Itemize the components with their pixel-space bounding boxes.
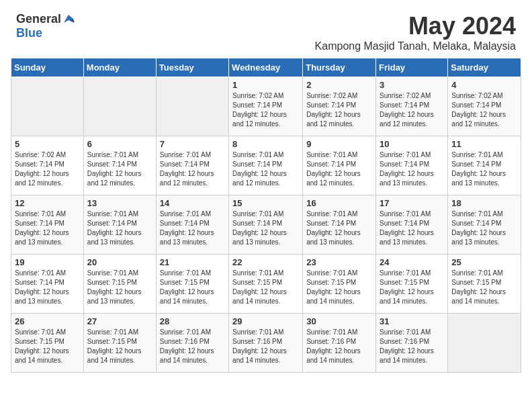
weekday-header-monday: Monday [83, 58, 156, 77]
day-number: 17 [380, 198, 444, 208]
logo: General Blue [16, 12, 75, 40]
day-number: 30 [306, 316, 372, 326]
calendar-cell: 1Sunrise: 7:02 AM Sunset: 7:14 PM Daylig… [229, 77, 303, 136]
calendar-cell: 15Sunrise: 7:01 AM Sunset: 7:14 PM Dayli… [229, 195, 303, 255]
calendar-cell: 22Sunrise: 7:01 AM Sunset: 7:15 PM Dayli… [229, 255, 303, 314]
day-number: 27 [87, 316, 152, 326]
svg-marker-0 [64, 15, 73, 23]
day-number: 25 [451, 257, 517, 267]
day-info: Sunrise: 7:01 AM Sunset: 7:14 PM Dayligh… [160, 210, 225, 247]
day-number: 12 [15, 198, 80, 208]
day-number: 31 [380, 316, 444, 326]
logo-bird-icon [62, 13, 75, 24]
calendar-cell: 17Sunrise: 7:01 AM Sunset: 7:14 PM Dayli… [376, 195, 448, 255]
day-info: Sunrise: 7:01 AM Sunset: 7:14 PM Dayligh… [306, 210, 372, 247]
day-info: Sunrise: 7:02 AM Sunset: 7:14 PM Dayligh… [15, 150, 80, 188]
day-number: 20 [87, 257, 152, 267]
title-block: May 2024 Kampong Masjid Tanah, Melaka, M… [315, 12, 516, 52]
calendar-cell: 9Sunrise: 7:01 AM Sunset: 7:14 PM Daylig… [303, 136, 376, 195]
calendar-cell: 30Sunrise: 7:01 AM Sunset: 7:16 PM Dayli… [303, 314, 376, 373]
day-info: Sunrise: 7:01 AM Sunset: 7:14 PM Dayligh… [232, 210, 299, 247]
calendar-cell: 23Sunrise: 7:01 AM Sunset: 7:15 PM Dayli… [303, 255, 376, 314]
day-number: 29 [232, 316, 299, 326]
day-number: 26 [15, 316, 80, 326]
day-number: 9 [306, 139, 372, 149]
calendar-cell [11, 77, 84, 136]
day-info: Sunrise: 7:01 AM Sunset: 7:14 PM Dayligh… [306, 150, 372, 188]
calendar-cell: 10Sunrise: 7:01 AM Sunset: 7:14 PM Dayli… [376, 136, 448, 195]
day-number: 5 [15, 139, 80, 149]
day-number: 28 [160, 316, 225, 326]
day-number: 11 [451, 139, 517, 149]
day-info: Sunrise: 7:01 AM Sunset: 7:14 PM Dayligh… [87, 210, 152, 247]
calendar-cell: 31Sunrise: 7:01 AM Sunset: 7:16 PM Dayli… [376, 314, 448, 373]
day-number: 19 [15, 257, 80, 267]
calendar-cell: 27Sunrise: 7:01 AM Sunset: 7:15 PM Dayli… [83, 314, 156, 373]
day-info: Sunrise: 7:01 AM Sunset: 7:14 PM Dayligh… [451, 210, 517, 247]
calendar-cell: 20Sunrise: 7:01 AM Sunset: 7:15 PM Dayli… [83, 255, 156, 314]
day-info: Sunrise: 7:01 AM Sunset: 7:14 PM Dayligh… [380, 210, 444, 247]
day-info: Sunrise: 7:01 AM Sunset: 7:14 PM Dayligh… [451, 150, 517, 188]
weekday-header-sunday: Sunday [11, 58, 84, 77]
weekday-header-thursday: Thursday [303, 58, 376, 77]
day-info: Sunrise: 7:01 AM Sunset: 7:16 PM Dayligh… [380, 328, 444, 365]
calendar-cell: 26Sunrise: 7:01 AM Sunset: 7:15 PM Dayli… [11, 314, 84, 373]
calendar-cell: 8Sunrise: 7:01 AM Sunset: 7:14 PM Daylig… [229, 136, 303, 195]
weekday-header-wednesday: Wednesday [229, 58, 303, 77]
calendar-wrapper: SundayMondayTuesdayWednesdayThursdayFrid… [0, 58, 532, 383]
day-info: Sunrise: 7:01 AM Sunset: 7:16 PM Dayligh… [160, 328, 225, 365]
day-number: 2 [306, 80, 372, 90]
calendar-cell: 19Sunrise: 7:01 AM Sunset: 7:14 PM Dayli… [11, 255, 84, 314]
calendar-cell: 12Sunrise: 7:01 AM Sunset: 7:14 PM Dayli… [11, 195, 84, 255]
day-number: 24 [380, 257, 444, 267]
calendar-cell: 11Sunrise: 7:01 AM Sunset: 7:14 PM Dayli… [448, 136, 521, 195]
calendar-table: SundayMondayTuesdayWednesdayThursdayFrid… [11, 58, 521, 373]
calendar-cell: 25Sunrise: 7:01 AM Sunset: 7:15 PM Dayli… [448, 255, 521, 314]
calendar-cell: 18Sunrise: 7:01 AM Sunset: 7:14 PM Dayli… [448, 195, 521, 255]
calendar-cell [156, 77, 228, 136]
day-number: 1 [232, 80, 299, 90]
day-info: Sunrise: 7:01 AM Sunset: 7:14 PM Dayligh… [380, 150, 444, 188]
day-number: 8 [232, 139, 299, 149]
weekday-header-saturday: Saturday [448, 58, 521, 77]
calendar-cell [448, 314, 521, 373]
calendar-week-row: 26Sunrise: 7:01 AM Sunset: 7:15 PM Dayli… [11, 314, 521, 373]
day-info: Sunrise: 7:01 AM Sunset: 7:16 PM Dayligh… [306, 328, 372, 365]
calendar-cell: 29Sunrise: 7:01 AM Sunset: 7:16 PM Dayli… [229, 314, 303, 373]
day-info: Sunrise: 7:01 AM Sunset: 7:15 PM Dayligh… [87, 328, 152, 365]
day-info: Sunrise: 7:01 AM Sunset: 7:15 PM Dayligh… [232, 269, 299, 306]
day-info: Sunrise: 7:01 AM Sunset: 7:14 PM Dayligh… [87, 150, 152, 188]
calendar-cell: 13Sunrise: 7:01 AM Sunset: 7:14 PM Dayli… [83, 195, 156, 255]
calendar-cell: 6Sunrise: 7:01 AM Sunset: 7:14 PM Daylig… [83, 136, 156, 195]
day-info: Sunrise: 7:01 AM Sunset: 7:14 PM Dayligh… [15, 269, 80, 306]
calendar-cell [83, 77, 156, 136]
calendar-cell: 24Sunrise: 7:01 AM Sunset: 7:15 PM Dayli… [376, 255, 448, 314]
calendar-cell: 21Sunrise: 7:01 AM Sunset: 7:15 PM Dayli… [156, 255, 228, 314]
day-number: 15 [232, 198, 299, 208]
day-info: Sunrise: 7:01 AM Sunset: 7:15 PM Dayligh… [306, 269, 372, 306]
day-info: Sunrise: 7:02 AM Sunset: 7:14 PM Dayligh… [451, 91, 517, 129]
calendar-cell: 5Sunrise: 7:02 AM Sunset: 7:14 PM Daylig… [11, 136, 84, 195]
logo-general: General [16, 12, 61, 26]
logo-blue: Blue [16, 26, 42, 40]
day-number: 3 [380, 80, 444, 90]
calendar-cell: 14Sunrise: 7:01 AM Sunset: 7:14 PM Dayli… [156, 195, 228, 255]
day-info: Sunrise: 7:01 AM Sunset: 7:14 PM Dayligh… [15, 210, 80, 247]
day-info: Sunrise: 7:02 AM Sunset: 7:14 PM Dayligh… [232, 91, 299, 129]
day-number: 16 [306, 198, 372, 208]
weekday-header-tuesday: Tuesday [156, 58, 228, 77]
day-number: 13 [87, 198, 152, 208]
day-info: Sunrise: 7:01 AM Sunset: 7:15 PM Dayligh… [451, 269, 517, 306]
day-info: Sunrise: 7:01 AM Sunset: 7:15 PM Dayligh… [87, 269, 152, 306]
calendar-cell: 4Sunrise: 7:02 AM Sunset: 7:14 PM Daylig… [448, 77, 521, 136]
day-info: Sunrise: 7:02 AM Sunset: 7:14 PM Dayligh… [380, 91, 444, 129]
day-info: Sunrise: 7:01 AM Sunset: 7:16 PM Dayligh… [232, 328, 299, 365]
calendar-cell: 3Sunrise: 7:02 AM Sunset: 7:14 PM Daylig… [376, 77, 448, 136]
location-subtitle: Kampong Masjid Tanah, Melaka, Malaysia [315, 40, 516, 52]
day-number: 10 [380, 139, 444, 149]
month-year-title: May 2024 [315, 12, 516, 40]
calendar-cell: 16Sunrise: 7:01 AM Sunset: 7:14 PM Dayli… [303, 195, 376, 255]
calendar-week-row: 12Sunrise: 7:01 AM Sunset: 7:14 PM Dayli… [11, 195, 521, 255]
weekday-header-friday: Friday [376, 58, 448, 77]
day-info: Sunrise: 7:01 AM Sunset: 7:15 PM Dayligh… [160, 269, 225, 306]
